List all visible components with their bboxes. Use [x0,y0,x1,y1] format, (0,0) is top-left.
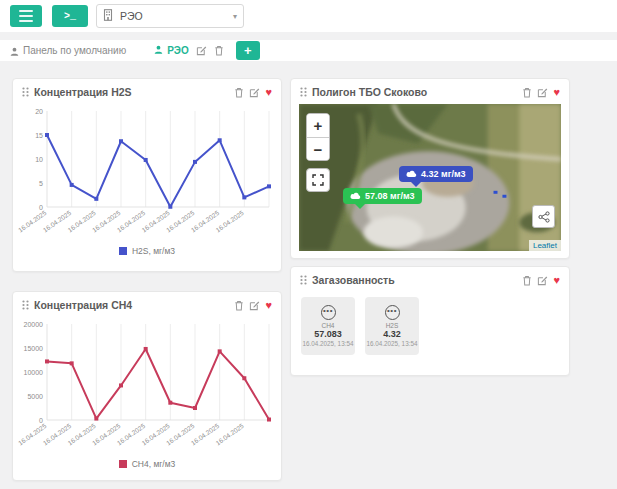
gas-value: 57.083 [314,329,342,339]
gas-sensor-card[interactable]: •••CH457.08316.04.2025, 13:54 [301,297,355,355]
svg-text:10: 10 [35,156,43,163]
drag-handle-icon[interactable] [22,300,29,310]
panel-map-header: Полигон ТБО Скоково ♥ [291,79,569,101]
zoom-out-button[interactable]: − [307,137,329,160]
svg-text:15000: 15000 [24,345,44,352]
favorite-icon[interactable]: ♥ [553,87,560,97]
edit-panel-icon[interactable] [196,45,207,56]
favorite-icon[interactable]: ♥ [553,275,560,285]
h2s-chart-legend[interactable]: H2S, мг/м3 [13,246,281,256]
delete-widget-icon[interactable] [234,300,244,311]
cloud-icon [350,192,361,200]
default-panel-label: Панель по умолчанию [23,45,126,56]
gas-sensor-card[interactable]: •••H2S4.3216.04.2025, 13:54 [365,297,419,355]
gas-timestamp: 16.04.2025, 13:54 [303,340,354,347]
panel-gas: Загазованность ♥ •••CH457.08316.04.2025,… [290,266,570,376]
gas-value: 4.32 [383,329,401,339]
panel-ch4-chart: Концентрация CH4 ♥ 050001000015000200001… [12,291,282,481]
organization-select-value: РЭО [120,10,233,22]
h2s-line-chart: 0510152016.04.202516.04.202516.04.202516… [17,103,277,245]
gas-timestamp: 16.04.2025, 13:54 [367,340,418,347]
delete-panel-icon[interactable] [214,45,224,56]
delete-widget-icon[interactable] [234,87,244,98]
active-panel-item[interactable]: РЭО [154,45,189,56]
svg-text:20000: 20000 [24,321,44,328]
drag-handle-icon[interactable] [300,87,307,97]
gas-name: CH4 [321,322,334,329]
leaflet-map[interactable]: + − 4.32 мг/м357.08 мг/м3 Leaflet [299,104,561,251]
panel-map: Полигон ТБО Скоково ♥ [290,78,570,259]
panel-gas-header: Загазованность ♥ [291,267,569,289]
map-zoom-control: + − [306,113,330,161]
ch4-line-chart: 0500010000150002000016.04.202516.04.2025… [17,316,277,458]
favorite-icon[interactable]: ♥ [265,300,272,310]
panels-toolbar: Панель по умолчанию РЭО + [0,40,617,61]
user-icon-active [154,45,163,56]
fullscreen-button[interactable] [306,168,330,192]
chevron-down-icon: ▾ [233,12,237,21]
organization-select[interactable]: РЭО ▾ [96,4,244,28]
hamburger-icon [19,9,33,24]
leaflet-attribution[interactable]: Leaflet [529,240,561,251]
legend-label: CH4, мг/м3 [132,459,176,469]
zoom-in-button[interactable]: + [307,114,329,137]
delete-widget-icon[interactable] [522,275,532,286]
svg-text:16.04.2025: 16.04.2025 [214,422,245,447]
svg-text:16.04.2025: 16.04.2025 [214,209,245,234]
badge-label: 4.32 мг/м3 [421,169,466,179]
terminal-button[interactable]: >_ [52,5,88,27]
svg-text:5: 5 [39,180,43,187]
svg-text:20: 20 [35,108,43,115]
dashboard-page: >_ РЭО ▾ Панель по умолчанию РЭО [0,0,617,489]
gas-name: H2S [386,322,399,329]
default-panel-item[interactable]: Панель по умолчанию [10,42,126,60]
ellipsis-circle-icon: ••• [385,305,400,320]
gas-measurement-badge[interactable]: 57.08 мг/м3 [343,188,422,204]
edit-widget-icon[interactable] [537,87,548,98]
panel-ch4-header: Концентрация CH4 ♥ [13,292,281,314]
favorite-icon[interactable]: ♥ [265,87,272,97]
delete-widget-icon[interactable] [522,87,532,98]
add-panel-button[interactable]: + [236,41,260,60]
drag-handle-icon[interactable] [300,275,307,285]
cloud-icon [406,170,417,178]
legend-swatch [119,247,127,255]
panel-title: Концентрация H2S [34,86,229,98]
gas-measurement-badge[interactable]: 4.32 мг/м3 [399,166,473,182]
user-icon [10,42,19,60]
panel-title: Концентрация CH4 [34,299,229,311]
terminal-icon: >_ [64,11,76,22]
svg-text:10000: 10000 [24,369,44,376]
building-icon [103,7,113,25]
edit-widget-icon[interactable] [537,275,548,286]
top-header: >_ РЭО ▾ [0,0,617,32]
share-button[interactable] [532,205,555,228]
panel-h2s-chart: Концентрация H2S ♥ 0510152016.04.202516.… [12,78,282,272]
badge-label: 57.08 мг/м3 [365,191,415,201]
active-panel-label: РЭО [167,45,189,56]
gas-card-list: •••CH457.08316.04.2025, 13:54•••H2S4.321… [291,289,569,363]
drag-handle-icon[interactable] [22,87,29,97]
svg-text:5000: 5000 [27,393,43,400]
edit-widget-icon[interactable] [249,87,260,98]
menu-button[interactable] [10,5,42,27]
legend-label: H2S, мг/м3 [132,246,175,256]
panel-h2s-header: Концентрация H2S ♥ [13,79,281,101]
svg-text:15: 15 [35,132,43,139]
edit-widget-icon[interactable] [249,300,260,311]
ch4-chart-legend[interactable]: CH4, мг/м3 [13,459,281,469]
panel-title: Полигон ТБО Скоково [312,86,517,98]
ellipsis-circle-icon: ••• [321,305,336,320]
legend-swatch [119,460,127,468]
panel-title: Загазованность [312,274,517,286]
